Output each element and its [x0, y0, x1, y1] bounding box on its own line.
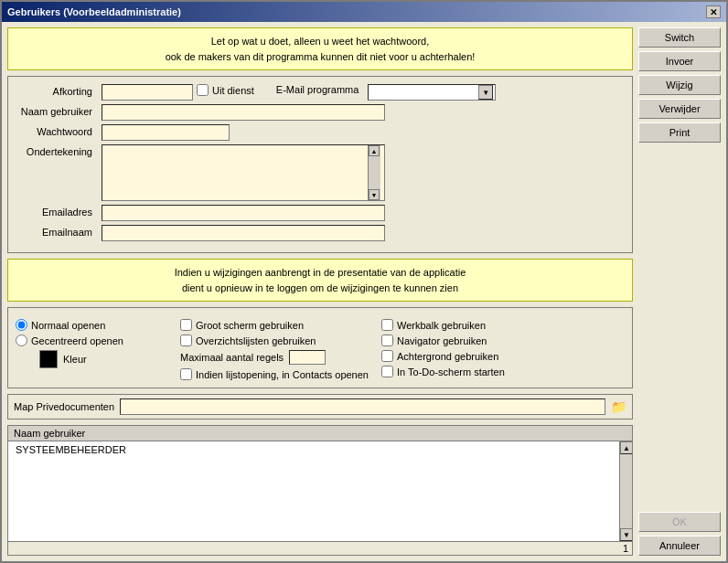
emailnaam-row: Emailnaam — [16, 225, 625, 241]
scroll-down-arrow-icon[interactable]: ▼ — [369, 189, 380, 200]
options-col-1: Normaal openen Gecentreerd openen Kleur — [16, 319, 180, 380]
side-bottom: OK Annuleer — [638, 512, 721, 556]
lijstopening-checkbox[interactable] — [180, 368, 192, 380]
uit-dienst-checkbox[interactable] — [197, 84, 209, 96]
password-warning-line2: ook de makers van dit programma kunnen d… — [14, 49, 626, 65]
print-button[interactable]: Print — [638, 122, 721, 143]
switch-button[interactable]: Switch — [638, 27, 721, 48]
dropdown-arrow-icon: ▼ — [478, 85, 493, 100]
list-footer: 1 — [8, 541, 632, 555]
gecentreerd-openen-label: Gecentreerd openen — [16, 335, 180, 346]
email-programme-dropdown[interactable]: ▼ — [368, 84, 496, 101]
wachtwoord-input[interactable] — [102, 124, 230, 141]
wachtwoord-label: Wachtwoord — [16, 124, 98, 137]
wijzig-button[interactable]: Wijzig — [638, 75, 721, 95]
ondertekening-textarea[interactable] — [102, 145, 368, 200]
map-section: Map Privedocumenten 📁 — [7, 394, 633, 420]
list-item[interactable]: SYSTEEMBEHEERDER — [14, 443, 614, 456]
navigator-label: Navigator gebruiken — [381, 335, 564, 346]
afkorting-row: Afkorting Uit dienst E-Mail programma ▼ — [16, 84, 625, 101]
todo-label: In To-Do-scherm starten — [381, 366, 564, 377]
invoer-button[interactable]: Invoer — [638, 51, 721, 71]
password-warning-box: Let op wat u doet, alleen u weet het wac… — [7, 27, 633, 70]
ok-button[interactable]: OK — [638, 512, 721, 532]
side-spacer — [638, 146, 721, 508]
kleur-label: Kleur — [63, 354, 87, 365]
uit-dienst-label: Uit dienst — [197, 84, 254, 96]
email-programme-label: E-Mail programma — [276, 84, 359, 95]
title-bar: Gebruikers (Voorbeeldadministratie) ✕ — [2, 2, 726, 22]
presentation-warning-line1: Indien u wijzigingen aanbrengt in de pre… — [14, 265, 626, 281]
navigator-checkbox[interactable] — [381, 335, 393, 346]
window-title: Gebruikers (Voorbeeldadministratie) — [7, 6, 181, 17]
list-content: SYSTEEMBEHEERDER — [8, 441, 619, 541]
ondertekening-scrollbar: ▲ ▼ — [368, 145, 380, 200]
afkorting-label: Afkorting — [16, 84, 98, 97]
todo-checkbox[interactable] — [381, 366, 393, 377]
options-col-3: Werkbalk gebruiken Navigator gebruiken A… — [381, 319, 564, 380]
list-scroll-down-icon[interactable]: ▼ — [620, 528, 632, 541]
gecentreerd-openen-radio[interactable] — [16, 335, 27, 346]
afkorting-input[interactable] — [102, 84, 193, 101]
options-section: Normaal openen Gecentreerd openen Kleur — [7, 307, 633, 388]
close-button[interactable]: ✕ — [706, 5, 721, 18]
map-label: Map Privedocumenten — [14, 401, 114, 412]
kleur-row: Kleur — [16, 350, 180, 368]
main-window: Gebruikers (Voorbeeldadministratie) ✕ Le… — [0, 0, 728, 563]
naam-gebruiker-input[interactable] — [102, 104, 385, 121]
normaal-openen-radio[interactable] — [16, 319, 27, 331]
list-scroll-up-icon[interactable]: ▲ — [620, 441, 632, 454]
max-regels-row: Maximaal aantal regels — [180, 350, 381, 365]
max-regels-label: Maximaal aantal regels — [180, 352, 284, 363]
normaal-openen-label: Normaal openen — [16, 319, 180, 331]
emailadres-label: Emailadres — [16, 205, 98, 218]
list-body: SYSTEEMBEHEERDER ▲ ▼ — [8, 441, 632, 541]
presentation-warning-line2: dient u opnieuw in te loggen om de wijzi… — [14, 281, 626, 296]
list-column-header: Naam gebruiker — [8, 426, 632, 441]
list-scrollbar: ▲ ▼ — [619, 441, 632, 541]
werkbalk-checkbox[interactable] — [381, 319, 393, 331]
user-list-section: Naam gebruiker SYSTEEMBEHEERDER ▲ ▼ 1 — [7, 425, 633, 556]
achtergrond-checkbox[interactable] — [381, 350, 393, 362]
ondertekening-row: Ondertekening ▲ ▼ — [16, 144, 625, 201]
presentation-warning-box: Indien u wijzigingen aanbrengt in de pre… — [7, 259, 633, 302]
ondertekening-textarea-wrapper: ▲ ▼ — [102, 144, 385, 201]
overzichtslijsten-checkbox[interactable] — [180, 335, 192, 346]
emailnaam-label: Emailnaam — [16, 225, 98, 238]
werkbalk-label: Werkbalk gebruiken — [381, 319, 564, 331]
folder-icon[interactable]: 📁 — [611, 399, 626, 414]
content-area: Let op wat u doet, alleen u weet het wac… — [2, 22, 726, 561]
overzichtslijsten-label: Overzichtslijsten gebruiken — [180, 335, 381, 346]
kleur-color-box[interactable] — [39, 350, 58, 368]
user-form-section: Afkorting Uit dienst E-Mail programma ▼ … — [7, 76, 633, 253]
max-regels-input[interactable] — [289, 350, 326, 365]
wachtwoord-row: Wachtwoord — [16, 124, 625, 141]
side-panel: Switch Invoer Wijzig Verwijder Print OK … — [638, 27, 721, 556]
options-col-2: Groot scherm gebruiken Overzichtslijsten… — [180, 319, 381, 380]
verwijder-button[interactable]: Verwijder — [638, 99, 721, 119]
groot-scherm-label: Groot scherm gebruiken — [180, 319, 381, 331]
ondertekening-label: Ondertekening — [16, 144, 98, 157]
emailadres-input[interactable] — [102, 205, 385, 221]
list-scroll-track — [620, 454, 632, 528]
password-warning-line1: Let op wat u doet, alleen u weet het wac… — [14, 34, 626, 49]
options-grid: Normaal openen Gecentreerd openen Kleur — [16, 319, 625, 380]
map-input[interactable] — [120, 398, 605, 415]
main-panel: Let op wat u doet, alleen u weet het wac… — [7, 27, 633, 556]
naam-gebruiker-label: Naam gebruiker — [16, 104, 98, 117]
achtergrond-label: Achtergrond gebruiken — [381, 350, 564, 362]
scroll-up-arrow-icon[interactable]: ▲ — [369, 145, 380, 156]
groot-scherm-checkbox[interactable] — [180, 319, 192, 331]
annuleer-button[interactable]: Annuleer — [638, 536, 721, 556]
lijstopening-label: Indien lijstopening, in Contacts openen — [180, 368, 381, 380]
naam-gebruiker-row: Naam gebruiker — [16, 104, 625, 121]
emailadres-row: Emailadres — [16, 205, 625, 221]
page-number: 1 — [623, 543, 628, 554]
emailnaam-input[interactable] — [102, 225, 385, 241]
